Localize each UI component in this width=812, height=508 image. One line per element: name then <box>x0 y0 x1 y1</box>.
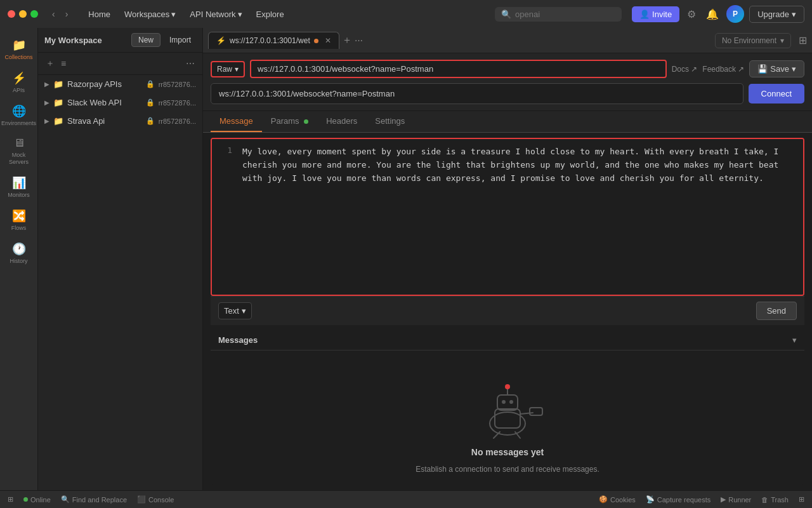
notifications-button[interactable]: 🔔 <box>704 6 721 23</box>
nav-arrows: ‹ › <box>48 8 72 20</box>
close-button[interactable] <box>8 10 15 18</box>
tab-headers[interactable]: Headers <box>317 111 366 132</box>
sidebar-item-monitors[interactable]: 📊 Monitors <box>3 171 36 204</box>
sidebar-item-mock-servers[interactable]: 🖥 Mock Servers <box>3 131 36 171</box>
raw-dropdown[interactable]: Raw ▾ <box>211 61 245 77</box>
save-chevron-icon: ▾ <box>792 64 796 74</box>
sidebar-item-label-monitors: Monitors <box>8 192 30 199</box>
sidebar-item-label-flows: Flows <box>11 225 27 232</box>
tab-params[interactable]: Params <box>262 111 317 132</box>
panel-toolbar: ＋ ≡ ⋯ <box>38 53 202 75</box>
global-search-bar[interactable]: 🔍 <box>495 7 622 22</box>
collection-name: Strava Api <box>67 116 142 126</box>
sidebar-item-collections[interactable]: 📁 Collections <box>3 33 36 66</box>
tab-settings[interactable]: Settings <box>366 111 414 132</box>
code-content[interactable]: My love, every moment spent by your side… <box>242 145 796 288</box>
more-options-button[interactable]: ⋯ <box>185 57 196 70</box>
explore-menu[interactable]: Explore <box>250 7 291 22</box>
online-label: Online <box>30 496 51 504</box>
settings-button[interactable]: ⚙ <box>684 6 698 23</box>
import-button[interactable]: Import <box>164 34 196 46</box>
connect-button[interactable]: Connect <box>749 84 804 104</box>
status-capture-requests[interactable]: 📡 Capture requests <box>646 495 710 504</box>
collection-folder-icon: 📁 <box>53 79 63 89</box>
status-expand[interactable]: ⊞ <box>799 495 804 504</box>
search-icon: 🔍 <box>501 10 511 19</box>
forward-button[interactable]: › <box>62 8 72 20</box>
search-input[interactable] <box>515 10 604 19</box>
chevron-right-icon: ▶ <box>44 99 49 106</box>
capture-icon: 📡 <box>646 495 655 504</box>
collection-badge: rr8572876... <box>159 117 196 125</box>
list-item[interactable]: ▶ 📁 Slack Web API 🔒 rr8572876... <box>38 93 202 112</box>
flows-icon: 🔀 <box>12 209 26 223</box>
avatar[interactable]: P <box>726 5 744 23</box>
messages-section: Messages ▾ <box>211 330 804 486</box>
status-find-replace[interactable]: 🔍 Find and Replace <box>61 495 127 504</box>
websocket-tab[interactable]: ⚡ ws://127.0.0.1:3001/wet ✕ <box>208 32 339 49</box>
upgrade-button[interactable]: Upgrade ▾ <box>749 6 804 23</box>
status-cookies[interactable]: 🍪 Cookies <box>599 495 636 504</box>
back-button[interactable]: ‹ <box>48 8 59 20</box>
sidebar-item-history[interactable]: 🕐 History <box>3 237 36 270</box>
layout-button[interactable]: ⊞ <box>799 34 807 46</box>
invite-icon: 👤 <box>639 10 650 19</box>
upgrade-chevron-icon: ▾ <box>792 10 796 19</box>
filter-button[interactable]: ≡ <box>60 57 67 70</box>
api-network-menu[interactable]: API Network ▾ <box>183 7 248 22</box>
invite-button[interactable]: 👤 Invite <box>632 6 679 22</box>
status-layout-button[interactable]: ⊞ <box>8 495 13 504</box>
list-item[interactable]: ▶ 📁 Strava Api 🔒 rr8572876... <box>38 112 202 130</box>
tab-active-dot <box>314 39 318 43</box>
messages-header: Messages ▾ <box>211 330 804 351</box>
collections-list: ▶ 📁 Razorpay APIs 🔒 rr8572876... ▶ 📁 Sla… <box>38 75 202 490</box>
environment-selector[interactable]: No Environment ▾ <box>715 33 791 48</box>
sidebar-item-apis[interactable]: ⚡ APIs <box>3 66 36 99</box>
home-menu[interactable]: Home <box>82 7 117 22</box>
tab-message[interactable]: Message <box>211 111 262 132</box>
minimize-button[interactable] <box>19 10 27 18</box>
status-bar-right: 🍪 Cookies 📡 Capture requests ▶ Runner 🗑 … <box>599 495 804 504</box>
docs-link[interactable]: Docs ↗ <box>672 65 698 74</box>
svg-line-4 <box>520 413 533 414</box>
new-tab-button[interactable]: ＋ <box>342 34 352 47</box>
status-online[interactable]: Online <box>23 496 51 504</box>
svg-rect-6 <box>497 395 518 410</box>
list-item[interactable]: ▶ 📁 Razorpay APIs 🔒 rr8572876... <box>38 75 202 93</box>
url-input[interactable] <box>211 83 743 104</box>
status-console[interactable]: ⬛ Console <box>137 495 174 504</box>
sidebar-item-label-collections: Collections <box>4 54 32 61</box>
send-button[interactable]: Send <box>756 302 797 320</box>
text-type-dropdown[interactable]: Text ▾ <box>218 302 252 319</box>
url-input-row: Connect <box>211 83 804 104</box>
params-badge <box>304 119 308 124</box>
feedback-link[interactable]: Feedback ↗ <box>702 65 744 74</box>
save-button[interactable]: 💾 Save ▾ <box>749 60 804 77</box>
sidebar-item-environments[interactable]: 🌐 Environments <box>3 99 36 132</box>
lock-icon: 🔒 <box>146 80 155 88</box>
sidebar-item-flows[interactable]: 🔀 Flows <box>3 204 36 237</box>
add-collection-button[interactable]: ＋ <box>44 57 56 70</box>
status-runner[interactable]: ▶ Runner <box>721 495 751 504</box>
line-numbers: 1 <box>219 145 232 288</box>
tab-menu-button[interactable]: ⋯ <box>355 36 363 45</box>
collection-folder-icon: 📁 <box>53 116 63 126</box>
workspaces-menu[interactable]: Workspaces ▾ <box>118 7 182 22</box>
tab-close-button[interactable]: ✕ <box>325 36 331 45</box>
workspace-title: My Workspace <box>44 36 128 45</box>
websocket-tab-icon: ⚡ <box>216 36 226 45</box>
env-selector-label: No Environment <box>722 36 776 45</box>
main-layout: 📁 Collections ⚡ APIs 🌐 Environments 🖥 Mo… <box>0 28 812 490</box>
status-trash[interactable]: 🗑 Trash <box>761 496 789 504</box>
cookies-icon: 🍪 <box>599 495 608 504</box>
messages-chevron-icon[interactable]: ▾ <box>792 335 797 345</box>
new-button[interactable]: New <box>131 33 160 47</box>
chevron-right-icon: ▶ <box>44 81 49 88</box>
apis-icon: ⚡ <box>12 71 26 85</box>
titlebar: ‹ › Home Workspaces ▾ API Network ▾ Expl… <box>0 0 812 28</box>
status-bar: ⊞ Online 🔍 Find and Replace ⬛ Console 🍪 … <box>0 490 812 508</box>
runner-icon: ▶ <box>721 495 726 504</box>
code-editor[interactable]: 1 My love, every moment spent by your si… <box>212 139 803 295</box>
tab-bar: ⚡ ws://127.0.0.1:3001/wet ✕ ＋ ⋯ No Envir… <box>203 28 812 53</box>
maximize-button[interactable] <box>30 10 38 18</box>
